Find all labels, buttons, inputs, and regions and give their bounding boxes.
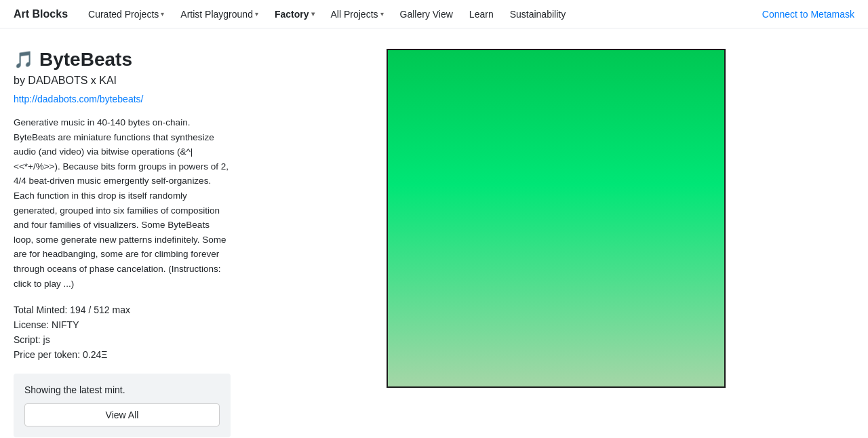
chevron-down-icon: ▾	[380, 10, 384, 18]
main-content: 🎵 ByteBeats by DADABOTS x KAI http://dad…	[0, 28, 868, 438]
sidebar-item-curated-projects[interactable]: Curated Projects ▾	[81, 5, 171, 24]
license-meta: License: NIFTY	[14, 319, 231, 330]
price-value: 0.24Ξ	[83, 349, 107, 360]
price-label: Price per token:	[14, 349, 80, 360]
navbar-brand[interactable]: Art Blocks	[14, 8, 68, 20]
license-label: License:	[14, 319, 49, 330]
sidebar-item-all-projects[interactable]: All Projects ▾	[324, 5, 391, 24]
chevron-down-icon: ▾	[255, 10, 258, 18]
navbar: Art Blocks Curated Projects ▾ Artist Pla…	[0, 0, 868, 28]
total-minted-label: Total Minted:	[14, 304, 67, 315]
music-note-icon: 🎵	[14, 50, 34, 69]
mint-box: Showing the latest mint. View All	[14, 374, 231, 437]
project-title: 🎵 ByteBeats	[14, 49, 231, 71]
license-value: NIFTY	[52, 319, 79, 330]
sidebar-item-sustainability[interactable]: Sustainability	[503, 5, 573, 24]
sidebar-item-gallery-view[interactable]: Gallery View	[393, 5, 460, 24]
sidebar-item-artist-playground[interactable]: Artist Playground ▾	[174, 5, 265, 24]
mint-box-text: Showing the latest mint.	[24, 384, 220, 395]
project-description: Generative music in 40-140 bytes on-chai…	[14, 115, 231, 291]
sidebar-item-learn[interactable]: Learn	[462, 5, 500, 24]
chevron-down-icon: ▾	[311, 10, 315, 18]
script-value: js	[43, 334, 50, 345]
script-meta: Script: js	[14, 334, 231, 345]
view-all-button[interactable]: View All	[24, 403, 220, 426]
total-minted-meta: Total Minted: 194 / 512 max	[14, 304, 231, 315]
price-meta: Price per token: 0.24Ξ	[14, 349, 231, 360]
script-label: Script:	[14, 334, 41, 345]
right-panel	[258, 49, 854, 437]
project-artist: by DADABOTS x KAI	[14, 75, 231, 87]
nav-items: Curated Projects ▾ Artist Playground ▾ F…	[81, 5, 762, 24]
left-panel: 🎵 ByteBeats by DADABOTS x KAI http://dad…	[14, 49, 231, 437]
artwork-canvas[interactable]	[387, 49, 726, 388]
total-minted-value: 194 / 512 max	[70, 304, 130, 315]
project-link[interactable]: http://dadabots.com/bytebeats/	[14, 94, 231, 104]
chevron-down-icon: ▾	[161, 10, 164, 18]
connect-to-metamask-button[interactable]: Connect to Metamask	[762, 9, 854, 20]
sidebar-item-factory[interactable]: Factory ▾	[268, 5, 321, 24]
